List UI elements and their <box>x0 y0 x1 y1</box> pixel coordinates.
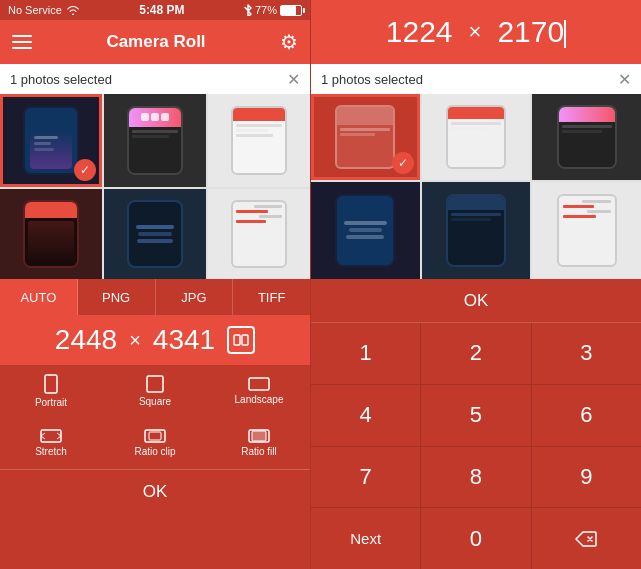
ratio-fill-button[interactable]: Ratio fill <box>208 417 310 469</box>
close-selection-left[interactable]: ✕ <box>287 70 300 89</box>
key-7[interactable]: 7 <box>311 447 420 508</box>
key-2[interactable]: 2 <box>421 323 530 384</box>
right-width: 1224 <box>386 15 453 49</box>
tab-jpg[interactable]: JPG <box>156 279 234 315</box>
camera-roll-title: Camera Roll <box>106 32 205 52</box>
cursor <box>564 20 566 48</box>
status-right: 77% <box>244 4 302 16</box>
photo-thumb-r6[interactable] <box>532 182 641 280</box>
status-bar-left: No Service 5:48 PM 77% <box>0 0 310 20</box>
landscape-button[interactable]: Landscape <box>208 365 310 417</box>
key-8[interactable]: 8 <box>421 447 530 508</box>
svg-rect-2 <box>45 375 57 393</box>
numpad: OK 1 2 3 4 5 6 7 8 9 Next 0 <box>311 279 641 569</box>
photo-thumb-r5[interactable] <box>422 182 531 280</box>
portrait-button[interactable]: Portrait <box>0 365 102 417</box>
wifi-icon <box>66 5 80 15</box>
status-time: 5:48 PM <box>139 3 184 17</box>
hamburger-line-1 <box>12 35 32 37</box>
portrait-icon <box>42 374 60 394</box>
landscape-icon <box>248 377 270 391</box>
tab-auto[interactable]: AUTO <box>0 279 78 315</box>
bluetooth-icon <box>244 4 252 16</box>
selection-count-right: 1 photos selected <box>321 72 423 87</box>
key-4[interactable]: 4 <box>311 385 420 446</box>
service-label: No Service <box>8 4 62 16</box>
ok-button-left[interactable]: OK <box>0 469 310 513</box>
menu-button[interactable] <box>12 35 32 49</box>
settings-gear-button[interactable]: ⚙ <box>280 30 298 54</box>
selected-badge-1: ✓ <box>74 159 96 181</box>
battery-fill <box>281 6 296 15</box>
tab-png[interactable]: PNG <box>78 279 156 315</box>
link-dimensions-button[interactable] <box>227 326 255 354</box>
selection-bar-left: 1 photos selected ✕ <box>0 64 310 94</box>
photo-thumb-6[interactable] <box>208 189 310 280</box>
top-bar-left: Camera Roll ⚙ <box>0 20 310 64</box>
svg-rect-3 <box>147 376 163 392</box>
key-3[interactable]: 3 <box>532 323 641 384</box>
square-icon <box>146 375 164 393</box>
landscape-label: Landscape <box>235 394 284 405</box>
photo-thumb-1[interactable]: ✓ <box>0 94 102 187</box>
left-panel: No Service 5:48 PM 77% <box>0 0 310 569</box>
numpad-grid: 1 2 3 4 5 6 7 8 9 Next 0 <box>311 323 641 569</box>
tab-tiff[interactable]: TIFF <box>233 279 310 315</box>
selection-bar-right: 1 photos selected ✕ <box>311 64 641 94</box>
svg-rect-13 <box>252 431 266 441</box>
key-0[interactable]: 0 <box>421 508 530 569</box>
photo-thumb-r1[interactable]: ✓ <box>311 94 420 180</box>
key-1[interactable]: 1 <box>311 323 420 384</box>
portrait-label: Portrait <box>35 397 67 408</box>
ratio-fill-label: Ratio fill <box>241 446 277 457</box>
stretch-icon <box>40 429 62 443</box>
battery-percent: 77% <box>255 4 277 16</box>
svg-rect-5 <box>41 430 61 442</box>
photo-thumb-5[interactable] <box>104 189 206 280</box>
square-label: Square <box>139 396 171 407</box>
backspace-icon <box>575 531 597 547</box>
ratio-clip-icon <box>144 429 166 443</box>
photo-grid-right: ✓ <box>311 94 641 279</box>
stretch-label: Stretch <box>35 446 67 457</box>
photo-thumb-r3[interactable] <box>532 94 641 180</box>
stretch-button[interactable]: Stretch <box>0 417 102 469</box>
key-9[interactable]: 9 <box>532 447 641 508</box>
status-left: No Service <box>8 4 80 16</box>
right-multiply: × <box>469 19 482 45</box>
photo-thumb-3[interactable] <box>208 94 310 187</box>
dimension-row-left: 2448 × 4341 <box>0 315 310 365</box>
dimension-display-right: 1224 × 2170 <box>311 0 641 64</box>
svg-rect-4 <box>249 378 269 390</box>
ok-button-right[interactable]: OK <box>311 279 641 323</box>
photo-thumb-2[interactable] <box>104 94 206 187</box>
ratio-fill-icon <box>248 429 270 443</box>
mode-row-2: Stretch Ratio clip Ratio fill <box>0 417 310 469</box>
ratio-clip-button[interactable]: Ratio clip <box>104 417 206 469</box>
svg-rect-0 <box>234 335 240 345</box>
photo-thumb-r2[interactable] <box>422 94 531 180</box>
key-5[interactable]: 5 <box>421 385 530 446</box>
hamburger-line-2 <box>12 41 32 43</box>
width-value: 2448 <box>55 324 117 356</box>
link-icon-svg <box>233 332 249 348</box>
square-button[interactable]: Square <box>104 365 206 417</box>
mode-row-1: Portrait Square Landscape <box>0 365 310 417</box>
photo-thumb-4[interactable] <box>0 189 102 280</box>
multiply-symbol-left: × <box>129 329 141 352</box>
close-selection-right[interactable]: ✕ <box>618 70 631 89</box>
next-button[interactable]: Next <box>311 508 420 569</box>
hamburger-line-3 <box>12 47 32 49</box>
ratio-clip-label: Ratio clip <box>134 446 175 457</box>
key-6[interactable]: 6 <box>532 385 641 446</box>
photo-grid-left: ✓ <box>0 94 310 279</box>
right-height: 2170 <box>497 15 566 49</box>
photo-thumb-r4[interactable] <box>311 182 420 280</box>
right-panel: 1224 × 2170 1 photos selected ✕ ✓ <box>310 0 641 569</box>
selection-count-left: 1 photos selected <box>10 72 112 87</box>
height-value: 4341 <box>153 324 215 356</box>
format-tabs: AUTO PNG JPG TIFF <box>0 279 310 315</box>
battery-icon <box>280 5 302 16</box>
svg-rect-1 <box>242 335 248 345</box>
backspace-button[interactable] <box>532 508 641 569</box>
